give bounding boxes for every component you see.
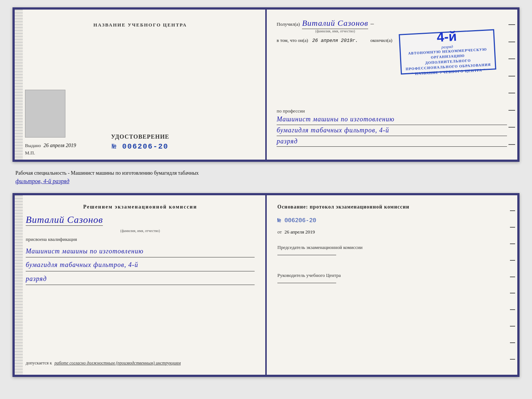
bdash-6 xyxy=(510,293,515,293)
received-label: Получил(а) xyxy=(277,21,300,27)
recipient-name: Виталий Сазонов xyxy=(302,18,368,29)
bl-name-sub: (фамилия, имя, отчество) xyxy=(26,229,255,233)
dash-4 xyxy=(508,76,515,76)
head-label: Руководитель учебного Центра xyxy=(277,272,506,279)
bl-title: Решением экзаменационной комиссии xyxy=(26,204,255,210)
bdash-9 xyxy=(510,342,515,343)
doc-bottom-left: Решением экзаменационной комиссии Витали… xyxy=(15,195,266,375)
chairman-sig-line xyxy=(277,255,336,255)
br-date: от 26 апреля 2019 xyxy=(277,229,506,235)
allowed-label: допускается к xyxy=(26,360,52,366)
side-dashes-top xyxy=(508,17,515,152)
chairman-label: Председатель экзаменационной комиссии xyxy=(277,244,506,251)
side-dashes-bottom xyxy=(510,203,515,367)
dash-7 xyxy=(508,127,515,128)
br-date-prefix: от xyxy=(277,229,282,235)
br-date-val: 26 апреля 2019 xyxy=(284,229,315,235)
bl-profession-1: Машинист машины по изготовлению xyxy=(26,245,255,257)
bdash-5 xyxy=(510,277,515,277)
issued-date: 26 апреля 2019 xyxy=(44,143,76,148)
profession-label-top: по профессии xyxy=(277,108,507,114)
bdash-8 xyxy=(510,326,515,327)
dash-6 xyxy=(508,110,515,111)
in-that-label: в том, что он(а) xyxy=(277,38,308,43)
issued-row: Выдано 26 апреля 2019 xyxy=(25,143,255,149)
name-sub-top: (фамилия, имя, отчество) xyxy=(315,29,355,33)
cert-label: УДОСТОВЕРЕНИЕ xyxy=(111,133,169,140)
profession-block-top: по профессии Машинист машины по изготовл… xyxy=(277,105,507,147)
profession-line1-top: Машинист машины по изготовлению xyxy=(277,114,507,125)
middle-prefix: Рабочая специальность - Машинист машины … xyxy=(15,170,199,176)
br-number: № 006206-20 xyxy=(277,217,506,224)
bdash-3 xyxy=(510,243,515,244)
br-head: Руководитель учебного Центра xyxy=(277,272,506,289)
doc-top-right: Получил(а) Виталий Сазонов (фамилия, имя… xyxy=(266,10,517,160)
issued-label: Выдано xyxy=(25,143,41,148)
mp-label: М.П. xyxy=(25,150,35,156)
dash-1 xyxy=(508,24,515,25)
bl-allowed: допускается к работе согласно должностны… xyxy=(26,360,255,366)
br-title: Основание: протокол экзаменационной коми… xyxy=(277,204,506,210)
cert-date: 26 апреля 2019г. xyxy=(312,38,358,43)
dash-8 xyxy=(508,144,515,145)
bl-profession-2: бумагидля табачных фильтров, 4-й xyxy=(26,259,255,271)
bl-profession-3: разряд xyxy=(26,273,255,285)
center-title-top: НАЗВАНИЕ УЧЕБНОГО ЦЕНТРА xyxy=(93,22,187,28)
allowed-italic: работе согласно должностным (производств… xyxy=(54,360,181,366)
profession-line3-top: разряд xyxy=(277,136,507,147)
doc-bottom-right: Основание: протокол экзаменационной коми… xyxy=(266,195,517,375)
photo-placeholder xyxy=(25,90,65,138)
middle-underline: фильтров, 4-й разряд xyxy=(15,178,69,184)
bl-name-block: Виталий Сазонов xyxy=(26,214,255,227)
dash-3 xyxy=(508,58,515,59)
top-document: НАЗВАНИЕ УЧЕБНОГО ЦЕНТРА УДОСТОВЕРЕНИЕ №… xyxy=(12,7,520,162)
dash-top: – xyxy=(370,20,374,28)
bdash-10 xyxy=(510,359,515,360)
stamp-number: 4-й xyxy=(436,29,457,45)
stamp-box: 4-й разряд АВТОНОМНУЮ НЕКОММЕРЧЕСКУЮ ОРГ… xyxy=(399,29,496,74)
bdash-7 xyxy=(510,309,515,310)
bottom-document: Решением экзаменационной комиссии Витали… xyxy=(12,193,520,377)
bl-assigned: присвоена квалификация xyxy=(26,236,255,242)
finished-label: окончил(а) xyxy=(370,38,392,43)
dash-2 xyxy=(508,42,515,42)
bdash-1 xyxy=(510,210,515,211)
middle-text: Рабочая специальность - Машинист машины … xyxy=(12,168,520,187)
bl-name: Виталий Сазонов xyxy=(26,214,103,226)
head-sig-line xyxy=(277,283,336,283)
profession-line2-top: бумагидля табачных фильтров, 4-й xyxy=(277,125,507,136)
bdash-4 xyxy=(510,260,515,261)
bdash-2 xyxy=(510,227,515,228)
br-chairman: Председатель экзаменационной комиссии xyxy=(277,244,506,261)
doc-top-left: НАЗВАНИЕ УЧЕБНОГО ЦЕНТРА УДОСТОВЕРЕНИЕ №… xyxy=(15,10,266,160)
dash-5 xyxy=(508,93,515,93)
